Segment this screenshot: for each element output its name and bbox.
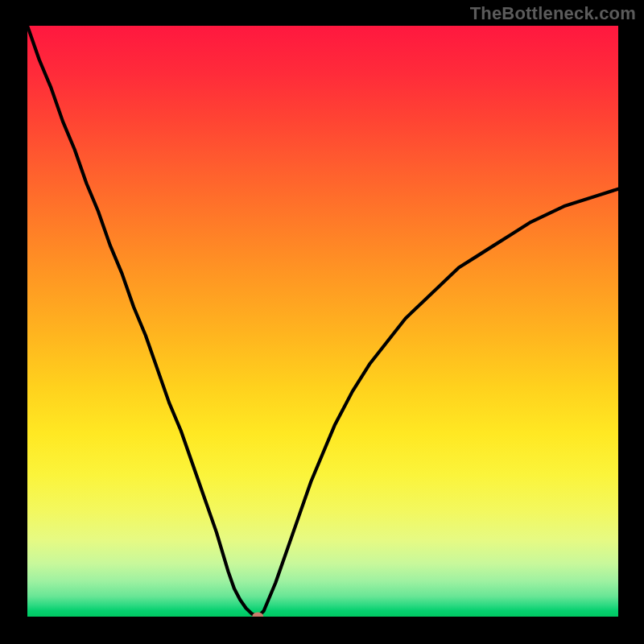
bottleneck-curve	[27, 26, 618, 617]
chart-frame: TheBottleneck.com	[0, 0, 644, 644]
plot-area	[27, 26, 618, 617]
watermark-text: TheBottleneck.com	[470, 3, 636, 24]
curve-svg	[27, 26, 618, 617]
